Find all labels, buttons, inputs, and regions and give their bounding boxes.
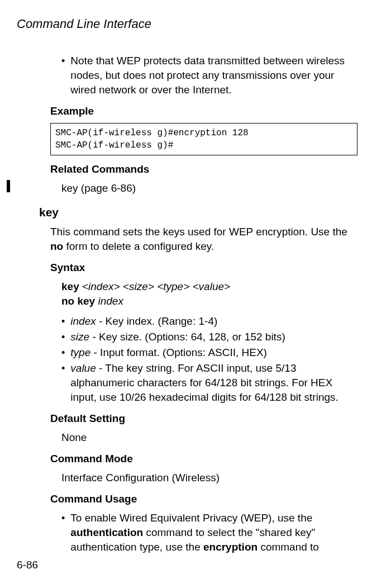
usage-bold1: authentication [70, 527, 143, 538]
bullet-icon: • [61, 345, 65, 360]
param-index-desc: - Key index. (Range: 1-4) [96, 315, 218, 327]
example-code-block: SMC-AP(if-wireless g)#encryption 128 SMC… [50, 123, 357, 155]
syntax-key-bold: key [61, 281, 79, 292]
key-desc-part1: This command sets the keys used for WEP … [50, 226, 347, 238]
usage-bullet: • To enable Wired Equivalent Privacy (WE… [61, 511, 357, 554]
bullet-icon: • [61, 361, 65, 405]
param-value: • value - The key string. For ASCII inpu… [61, 361, 357, 405]
key-command-description: This command sets the keys used for WEP … [50, 225, 357, 254]
param-value-text: value - The key string. For ASCII input,… [70, 361, 357, 405]
default-setting-text: None [61, 430, 357, 445]
page-number: 6-86 [17, 559, 38, 571]
bullet-icon: • [61, 511, 65, 554]
syntax-line-1: key <index> <size> <type> <value> [61, 279, 357, 294]
bullet-icon: • [61, 314, 65, 329]
syntax-heading: Syntax [50, 262, 357, 274]
key-command-name: key [39, 206, 357, 219]
usage-part1: To enable Wired Equivalent Privacy (WEP)… [70, 512, 312, 524]
param-type: • type - Input format. (Options: ASCII, … [61, 345, 357, 360]
command-usage-heading: Command Usage [50, 493, 357, 505]
param-size: • size - Key size. (Options: 64, 128, or… [61, 330, 357, 344]
bullet-icon: • [61, 54, 65, 97]
command-mode-text: Interface Configuration (Wireless) [61, 471, 357, 485]
param-type-name: type [70, 347, 90, 358]
param-index-text: index - Key index. (Range: 1-4) [70, 314, 217, 329]
bullet-icon: • [61, 330, 65, 344]
param-size-desc: - Key size. (Options: 64, 128, or 152 bi… [89, 331, 285, 343]
command-mode-heading: Command Mode [50, 453, 357, 465]
usage-bold2: encryption [203, 541, 258, 553]
param-type-desc: - Input format. (Options: ASCII, HEX) [90, 347, 267, 358]
param-index: • index - Key index. (Range: 1-4) [61, 314, 357, 329]
usage-part3: command to [258, 541, 319, 553]
param-index-name: index [70, 315, 96, 327]
param-value-desc: - The key string. For ASCII input, use 5… [70, 362, 338, 403]
param-value-name: value [70, 362, 96, 374]
syntax-block: key <index> <size> <type> <value> no key… [61, 279, 357, 405]
syntax-line-2: no key index [61, 294, 357, 309]
param-size-name: size [70, 331, 89, 343]
parameter-list: • index - Key index. (Range: 1-4) • size… [61, 314, 357, 405]
syntax-nokey-arg: index [95, 295, 123, 307]
related-commands-heading: Related Commands [50, 163, 357, 176]
key-desc-bold: no [50, 240, 63, 252]
syntax-nokey-bold: no key [61, 295, 95, 307]
main-content: • Note that WEP protects data transmitte… [61, 54, 357, 554]
param-type-text: type - Input format. (Options: ASCII, HE… [70, 345, 267, 360]
example-heading: Example [50, 105, 357, 117]
key-desc-part2: form to delete a configured key. [63, 240, 214, 252]
related-commands-text: key (page 6-86) [61, 181, 357, 196]
default-setting-heading: Default Setting [50, 412, 357, 425]
page-header-title: Command Line Interface [17, 17, 357, 31]
syntax-key-args: <index> <size> <type> <value> [79, 281, 230, 292]
usage-bullet-text: To enable Wired Equivalent Privacy (WEP)… [70, 511, 357, 554]
wep-note-text: Note that WEP protects data transmitted … [70, 54, 357, 97]
param-size-text: size - Key size. (Options: 64, 128, or 1… [70, 330, 285, 344]
change-bar-icon [7, 180, 10, 192]
wep-note-bullet: • Note that WEP protects data transmitte… [61, 54, 357, 97]
